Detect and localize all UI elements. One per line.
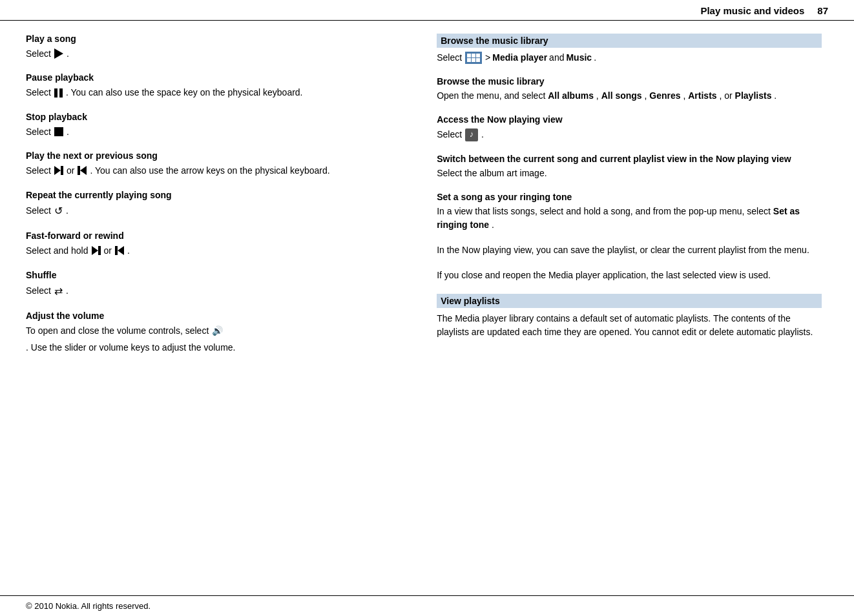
text-period-now-playing: . [481, 127, 484, 141]
page-container: Play music and videos 87 Play a song Sel… [0, 0, 854, 616]
section-body-next-prev: Select or . You can also use the arrow k… [26, 163, 411, 178]
section-title-ringing: Set a song as your ringing tone [437, 192, 822, 202]
section-body-stop: Select . [26, 125, 411, 139]
text-now-playing-info: In the Now playing view, you can save th… [437, 245, 809, 255]
section-pause-playback: Pause playback Select . You can also use… [26, 72, 411, 99]
section-title-pause: Pause playback [26, 72, 411, 83]
text-period-play: . [67, 46, 69, 61]
copyright-text: © 2010 Nokia. All rights reserved. [26, 601, 151, 611]
text-pause-extra: . You can also use the space key on the … [66, 85, 303, 99]
section-title-view-playlists: View playlists [437, 294, 822, 308]
now-playing-icon: ♪ [465, 128, 478, 141]
text-album-art: Select the album art image. [437, 168, 547, 178]
section-body-browse-1: Select > Media player [437, 50, 822, 65]
text-or-playlists: , or [719, 90, 734, 101]
section-browse-music-2: Browse the music library Open the menu, … [437, 76, 822, 103]
section-fast-forward: Fast-forward or rewind Select and hold o… [26, 231, 411, 258]
fast-forward-icon [92, 246, 101, 255]
text-open-menu: Open the menu, and select [437, 90, 548, 101]
section-browse-music-1: Browse the music library Select [437, 34, 822, 65]
text-reopen-info: If you close and reopen the Media player… [437, 270, 771, 280]
text-select-shuffle: Select [26, 283, 51, 298]
section-repeat: Repeat the currently playing song Select… [26, 190, 411, 220]
section-title-stop: Stop playback [26, 112, 411, 122]
text-select-stop: Select [26, 125, 51, 139]
volume-icon: 🔊 [212, 323, 223, 338]
stop-icon [54, 127, 63, 136]
page-footer: © 2010 Nokia. All rights reserved. [0, 595, 854, 616]
section-play-a-song: Play a song Select . [26, 34, 411, 61]
left-column: Play a song Select . Pause playback Sele… [26, 34, 411, 582]
page-header: Play music and videos 87 [0, 0, 854, 21]
section-body-repeat: Select ↺ . [26, 203, 411, 220]
text-period-browse1: . [594, 50, 596, 65]
section-title-switch: Switch between the current song and curr… [437, 154, 822, 164]
section-body-play-a-song: Select . [26, 46, 411, 61]
section-title-fast-forward: Fast-forward or rewind [26, 231, 411, 241]
text-select-pause: Select [26, 85, 51, 99]
text-music: Music [566, 50, 592, 65]
next-icon [54, 166, 63, 175]
section-title-play-a-song: Play a song [26, 34, 411, 44]
text-comma1: , [596, 90, 601, 101]
text-ringing-body: In a view that lists songs, select and h… [437, 206, 773, 216]
section-title-next-prev: Play the next or previous song [26, 150, 411, 161]
text-gt: > [485, 50, 490, 65]
text-view-playlists-body: The Media player library contains a defa… [437, 313, 813, 337]
text-playlists: Playlists [735, 90, 772, 101]
text-period-stop: . [67, 125, 69, 139]
section-body-now-playing: Select ♪ . [437, 127, 822, 141]
section-switch-view: Switch between the current song and curr… [437, 154, 822, 180]
header-title: Play music and videos [700, 5, 804, 16]
text-period-browse2: . [774, 90, 776, 101]
section-body-shuffle: Select ⇄ . [26, 283, 411, 300]
header-page-number: 87 [817, 5, 828, 16]
prev-icon [78, 166, 87, 175]
text-select-play: Select [26, 46, 51, 61]
section-now-playing-access: Access the Now playing view Select ♪ . [437, 114, 822, 141]
text-period-shuffle: . [66, 283, 68, 298]
repeat-icon: ↺ [54, 203, 63, 220]
section-title-browse-1: Browse the music library [437, 34, 822, 48]
section-title-volume: Adjust the volume [26, 311, 411, 321]
section-body-pause: Select . You can also use the space key … [26, 85, 411, 99]
section-body-volume: To open and close the volume controls, s… [26, 323, 411, 354]
music-note-glyph: ♪ [470, 128, 474, 141]
section-body-view-playlists: The Media player library contains a defa… [437, 312, 822, 339]
section-body-ringing: In a view that lists songs, select and h… [437, 205, 822, 232]
section-next-prev: Play the next or previous song Select or… [26, 150, 411, 178]
section-title-now-playing: Access the Now playing view [437, 114, 822, 125]
text-volume-open: To open and close the volume controls, s… [26, 323, 209, 338]
text-volume-extra: . Use the slider or volume keys to adjus… [26, 340, 235, 354]
section-body-browse-2: Open the menu, and select All albums , A… [437, 89, 822, 103]
text-period-repeat: . [66, 203, 68, 218]
right-column: Browse the music library Select [437, 34, 822, 582]
section-stop-playback: Stop playback Select . [26, 112, 411, 139]
text-all-albums: All albums [548, 90, 594, 101]
text-or-prev: or [67, 163, 74, 178]
text-period-ringing: . [492, 220, 494, 230]
section-title-shuffle: Shuffle [26, 270, 411, 280]
text-media-player: Media player [492, 50, 547, 65]
section-now-playing-info: In the Now playing view, you can save th… [437, 243, 822, 257]
text-select-hold: Select and hold [26, 243, 89, 258]
section-title-browse-2: Browse the music library [437, 76, 822, 87]
text-all-songs: All songs [601, 90, 642, 101]
section-adjust-volume: Adjust the volume To open and close the … [26, 311, 411, 354]
text-period-ff: . [127, 243, 130, 258]
text-select-now-playing: Select [437, 127, 462, 141]
section-body-reopen: If you close and reopen the Media player… [437, 269, 822, 282]
section-view-playlists: View playlists The Media player library … [437, 294, 822, 339]
text-or-rewind: or [104, 243, 112, 258]
text-select-browse: Select [437, 50, 462, 65]
main-content: Play a song Select . Pause playback Sele… [0, 21, 854, 595]
text-next-prev-extra: . You can also use the arrow keys on the… [90, 163, 329, 178]
text-select-next: Select [26, 163, 51, 178]
text-artists: Artists [688, 90, 716, 101]
play-icon [54, 48, 63, 59]
apps-grid-icon [465, 52, 482, 64]
section-body-fast-forward: Select and hold or . [26, 243, 411, 258]
pause-icon [54, 88, 63, 98]
text-and: and [549, 50, 564, 65]
rewind-icon [115, 246, 124, 255]
